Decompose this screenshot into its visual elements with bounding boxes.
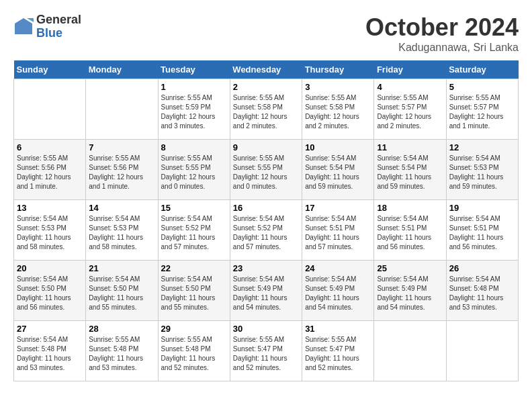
day-detail: Sunrise: 5:55 AM Sunset: 5:47 PM Dayligh… [305,335,371,373]
header-wednesday: Wednesday [230,60,302,79]
month-title: October 2024 [365,13,519,42]
day-number: 28 [89,324,154,334]
calendar-cell: 11Sunrise: 5:54 AM Sunset: 5:54 PM Dayli… [374,140,446,200]
day-number: 30 [233,324,299,334]
day-detail: Sunrise: 5:55 AM Sunset: 5:48 PM Dayligh… [89,335,154,373]
day-number: 10 [305,142,371,152]
day-number: 3 [305,82,371,92]
calendar-cell [14,79,86,140]
day-number: 21 [89,263,154,273]
calendar-cell: 13Sunrise: 5:54 AM Sunset: 5:53 PM Dayli… [14,200,86,261]
calendar-week-1: 1Sunrise: 5:55 AM Sunset: 5:59 PM Daylig… [14,79,519,140]
day-detail: Sunrise: 5:54 AM Sunset: 5:49 PM Dayligh… [377,275,443,312]
day-detail: Sunrise: 5:55 AM Sunset: 5:56 PM Dayligh… [17,154,83,191]
day-detail: Sunrise: 5:54 AM Sunset: 5:53 PM Dayligh… [17,214,83,252]
calendar-cell: 22Sunrise: 5:54 AM Sunset: 5:50 PM Dayli… [158,261,230,321]
day-number: 25 [377,263,443,273]
header-tuesday: Tuesday [158,60,230,79]
day-detail: Sunrise: 5:54 AM Sunset: 5:51 PM Dayligh… [449,214,515,252]
location: Kadugannawa, Sri Lanka [365,42,519,54]
day-number: 20 [17,263,83,273]
calendar-cell: 16Sunrise: 5:54 AM Sunset: 5:52 PM Dayli… [230,200,302,261]
day-detail: Sunrise: 5:54 AM Sunset: 5:53 PM Dayligh… [89,214,154,252]
calendar-cell: 2Sunrise: 5:55 AM Sunset: 5:58 PM Daylig… [230,79,302,140]
day-number: 9 [233,142,299,152]
svg-marker-0 [15,18,32,34]
calendar-cell: 27Sunrise: 5:54 AM Sunset: 5:48 PM Dayli… [14,321,86,381]
day-detail: Sunrise: 5:55 AM Sunset: 5:55 PM Dayligh… [233,154,299,191]
day-number: 26 [449,263,515,273]
day-number: 27 [17,324,83,334]
calendar-cell: 12Sunrise: 5:54 AM Sunset: 5:53 PM Dayli… [446,140,518,200]
day-number: 23 [233,263,299,273]
logo-blue: Blue [36,27,81,40]
calendar-week-2: 6Sunrise: 5:55 AM Sunset: 5:56 PM Daylig… [14,140,519,200]
logo-icon [13,17,34,37]
day-number: 1 [161,82,227,92]
day-number: 13 [17,203,83,213]
day-detail: Sunrise: 5:55 AM Sunset: 5:59 PM Dayligh… [161,93,227,131]
page-header: General Blue October 2024 Kadugannawa, S… [13,13,519,54]
calendar-cell: 23Sunrise: 5:54 AM Sunset: 5:49 PM Dayli… [230,261,302,321]
calendar-cell [446,321,518,381]
logo-general: General [36,13,81,27]
day-number: 19 [449,203,515,213]
calendar-week-5: 27Sunrise: 5:54 AM Sunset: 5:48 PM Dayli… [14,321,519,381]
day-number: 22 [161,263,227,273]
header-sunday: Sunday [14,60,86,79]
calendar-cell: 6Sunrise: 5:55 AM Sunset: 5:56 PM Daylig… [14,140,86,200]
day-detail: Sunrise: 5:54 AM Sunset: 5:49 PM Dayligh… [305,275,371,312]
day-detail: Sunrise: 5:54 AM Sunset: 5:54 PM Dayligh… [377,154,443,191]
calendar-cell: 5Sunrise: 5:55 AM Sunset: 5:57 PM Daylig… [446,79,518,140]
day-detail: Sunrise: 5:55 AM Sunset: 5:57 PM Dayligh… [449,93,515,131]
header-monday: Monday [86,60,158,79]
calendar-week-4: 20Sunrise: 5:54 AM Sunset: 5:50 PM Dayli… [14,261,519,321]
day-number: 18 [377,203,443,213]
calendar-cell: 17Sunrise: 5:54 AM Sunset: 5:51 PM Dayli… [302,200,374,261]
day-number: 31 [305,324,371,334]
header-row: Sunday Monday Tuesday Wednesday Thursday… [14,60,519,79]
day-detail: Sunrise: 5:55 AM Sunset: 5:48 PM Dayligh… [161,335,227,373]
day-detail: Sunrise: 5:54 AM Sunset: 5:52 PM Dayligh… [233,214,299,252]
day-detail: Sunrise: 5:54 AM Sunset: 5:48 PM Dayligh… [17,335,83,373]
title-section: October 2024 Kadugannawa, Sri Lanka [365,13,519,54]
calendar-cell: 24Sunrise: 5:54 AM Sunset: 5:49 PM Dayli… [302,261,374,321]
calendar-cell: 19Sunrise: 5:54 AM Sunset: 5:51 PM Dayli… [446,200,518,261]
calendar-cell: 20Sunrise: 5:54 AM Sunset: 5:50 PM Dayli… [14,261,86,321]
header-thursday: Thursday [302,60,374,79]
day-detail: Sunrise: 5:54 AM Sunset: 5:52 PM Dayligh… [161,214,227,252]
calendar-week-3: 13Sunrise: 5:54 AM Sunset: 5:53 PM Dayli… [14,200,519,261]
calendar-cell: 18Sunrise: 5:54 AM Sunset: 5:51 PM Dayli… [374,200,446,261]
logo-text: General Blue [36,13,81,40]
calendar-cell: 31Sunrise: 5:55 AM Sunset: 5:47 PM Dayli… [302,321,374,381]
calendar-cell: 30Sunrise: 5:55 AM Sunset: 5:47 PM Dayli… [230,321,302,381]
day-detail: Sunrise: 5:54 AM Sunset: 5:53 PM Dayligh… [449,154,515,191]
day-number: 8 [161,142,227,152]
day-number: 16 [233,203,299,213]
day-number: 29 [161,324,227,334]
day-number: 7 [89,142,154,152]
day-detail: Sunrise: 5:55 AM Sunset: 5:47 PM Dayligh… [233,335,299,373]
day-number: 17 [305,203,371,213]
calendar-cell: 29Sunrise: 5:55 AM Sunset: 5:48 PM Dayli… [158,321,230,381]
day-number: 5 [449,82,515,92]
day-detail: Sunrise: 5:55 AM Sunset: 5:55 PM Dayligh… [161,154,227,191]
day-detail: Sunrise: 5:54 AM Sunset: 5:51 PM Dayligh… [377,214,443,252]
day-detail: Sunrise: 5:54 AM Sunset: 5:54 PM Dayligh… [305,154,371,191]
day-detail: Sunrise: 5:54 AM Sunset: 5:50 PM Dayligh… [89,275,154,312]
logo: General Blue [13,13,81,40]
day-detail: Sunrise: 5:54 AM Sunset: 5:49 PM Dayligh… [233,275,299,312]
calendar-cell: 1Sunrise: 5:55 AM Sunset: 5:59 PM Daylig… [158,79,230,140]
calendar-cell: 26Sunrise: 5:54 AM Sunset: 5:48 PM Dayli… [446,261,518,321]
calendar-cell: 28Sunrise: 5:55 AM Sunset: 5:48 PM Dayli… [86,321,158,381]
calendar-cell: 3Sunrise: 5:55 AM Sunset: 5:58 PM Daylig… [302,79,374,140]
calendar-cell [86,79,158,140]
day-detail: Sunrise: 5:55 AM Sunset: 5:57 PM Dayligh… [377,93,443,131]
header-saturday: Saturday [446,60,518,79]
day-number: 15 [161,203,227,213]
day-detail: Sunrise: 5:54 AM Sunset: 5:51 PM Dayligh… [305,214,371,252]
day-number: 6 [17,142,83,152]
day-number: 4 [377,82,443,92]
header-friday: Friday [374,60,446,79]
day-number: 24 [305,263,371,273]
